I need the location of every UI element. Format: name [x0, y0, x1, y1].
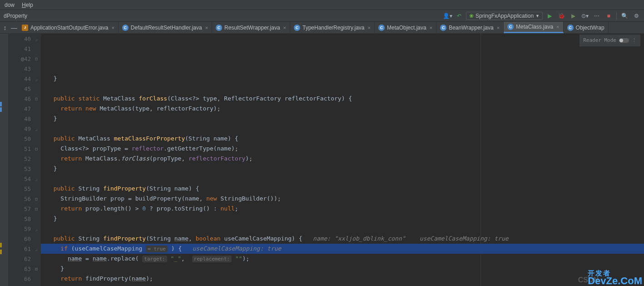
profile-icon[interactable]: ⊙▾ [580, 11, 590, 21]
code-line[interactable]: } [41, 164, 644, 174]
gutter-row: 51⊟ [8, 144, 41, 154]
code-line[interactable]: public String findProperty(String name) … [41, 184, 644, 194]
gutter-row: 48 [8, 114, 41, 124]
toggle-switch[interactable] [619, 38, 629, 43]
menu-window[interactable]: dow [1, 2, 18, 8]
code-area[interactable]: Reader Mode ⋮ } public static MetaClass … [41, 34, 644, 286]
fold-icon[interactable]: ⊞ [34, 266, 39, 271]
tab-label: ResultSetWrapper.java [224, 25, 280, 31]
code-line[interactable]: return prop.length() > 0 ? prop.toString… [41, 204, 644, 214]
code-line[interactable]: return findProperty(name); [41, 274, 644, 284]
left-marker-strip [0, 34, 8, 286]
reader-more-icon[interactable]: ⋮ [632, 35, 637, 45]
close-icon[interactable]: × [205, 25, 208, 30]
tab-typehandlerregistry-java[interactable]: CTypeHandlerRegistry.java× [290, 22, 375, 33]
fold-icon[interactable]: ⊟ [34, 146, 39, 151]
code-line[interactable]: Class<?> propType = reflector.getGetterT… [41, 144, 644, 154]
gutter-row: 43 [8, 64, 41, 74]
tab-defaultresultsethandler-java[interactable]: CDefaultResultSetHandler.java× [119, 22, 212, 33]
close-icon[interactable]: × [111, 25, 114, 30]
code-line[interactable]: } [41, 114, 644, 124]
gutter-row: 44⌟ [8, 74, 41, 84]
add-config-icon[interactable]: 👤▾ [442, 11, 452, 21]
code-line[interactable] [41, 174, 644, 184]
fold-icon[interactable]: ⊟ [34, 96, 39, 101]
gutter-row: 55 [8, 184, 41, 194]
run-icon[interactable]: ▶ [545, 11, 555, 21]
code-line[interactable] [41, 84, 644, 94]
tab-label: DefaultResultSetHandler.java [131, 25, 202, 31]
settings-icon[interactable]: ⚙ [631, 11, 641, 21]
fold-icon[interactable]: ⊟ [34, 56, 39, 61]
gutter-row: 62 [8, 254, 41, 264]
gutter-row: 59⌟ [8, 224, 41, 234]
code-line[interactable]: } [41, 214, 644, 224]
coverage-icon[interactable]: ▶ [568, 11, 578, 21]
fold-icon[interactable]: ⌟ [34, 176, 39, 181]
debug-icon[interactable]: 🐞 [556, 11, 566, 21]
code-editor[interactable]: 40⌟4142@⊟4344⌟4546⊟474849⌟5051⊟525354⌟55… [0, 34, 644, 286]
tab-label: BeanWrapper.java [449, 25, 494, 31]
tab-objectwrap[interactable]: CObjectWrap [564, 22, 609, 33]
gutter-row: 41 [8, 44, 41, 54]
code-line[interactable]: } [41, 74, 644, 84]
gutter-row: 42@⊟ [8, 54, 41, 64]
reader-mode-toggle[interactable]: Reader Mode ⋮ [580, 35, 640, 46]
code-line[interactable] [41, 124, 644, 134]
code-line[interactable]: if (useCamelCaseMapping = true ) { useCa… [41, 244, 644, 254]
tab-label: TypeHandlerRegistry.java [302, 25, 365, 31]
gutter-row: 46⊟ [8, 94, 41, 104]
class-file-icon: C [507, 24, 514, 30]
toolbar: dProperty 👤▾ ↶ ❀ SpringFxAppApplication … [0, 10, 644, 22]
run-config-label: SpringFxAppApplication [476, 13, 534, 19]
gutter-row: 53 [8, 164, 41, 174]
tab-label: ApplicationStartOutputError.java [30, 25, 108, 31]
close-icon[interactable]: × [556, 24, 559, 30]
stop-icon[interactable]: ■ [604, 11, 614, 21]
code-line[interactable]: name = name.replace( target: "_", replac… [41, 254, 644, 264]
class-file-icon: C [122, 25, 129, 31]
tab-metaobject-java[interactable]: CMetaObject.java× [375, 22, 436, 33]
back-icon[interactable]: ↶ [454, 11, 464, 21]
fold-icon[interactable]: ⊟ [34, 196, 39, 201]
code-line[interactable]: StringBuilder prop = buildProperty(name,… [41, 194, 644, 204]
tab-metaclass-java[interactable]: CMetaClass.java× [504, 22, 563, 33]
code-line[interactable]: public MetaClass metaClassForProperty(St… [41, 134, 644, 144]
search-icon[interactable]: 🔍 [619, 11, 629, 21]
fold-icon[interactable]: ⌟ [34, 76, 39, 81]
close-icon[interactable]: × [283, 25, 286, 30]
fold-icon[interactable]: ⊟ [34, 206, 39, 211]
close-icon[interactable]: × [497, 25, 500, 30]
run-config-selector[interactable]: ❀ SpringFxAppApplication ▼ [466, 12, 543, 20]
fold-icon[interactable]: ⌟ [34, 246, 39, 251]
code-line[interactable]: public String findProperty(String name, … [41, 234, 644, 244]
tab-resultsetwrapper-java[interactable]: CResultSetWrapper.java× [212, 22, 290, 33]
tab-beanwrapper-java[interactable]: CBeanWrapper.java× [436, 22, 504, 33]
gutter-row: 52 [8, 154, 41, 164]
project-collapse-icon[interactable]: ↕ [1, 24, 9, 32]
gutter-row: 60 [8, 234, 41, 244]
fold-icon[interactable]: ⌟ [34, 226, 39, 231]
project-hide-icon[interactable]: — [10, 24, 18, 32]
devze-watermark: 开发者 DevZe.CoM [588, 270, 642, 286]
code-line[interactable]: return MetaClass.forClass(propType, refl… [41, 154, 644, 164]
editor-tabs: ↕ — JApplicationStartOutputError.java×CD… [0, 22, 644, 34]
code-line[interactable]: public static MetaClass forClass(Class<?… [41, 94, 644, 104]
menu-help[interactable]: Help [18, 2, 37, 8]
fold-icon[interactable]: ⌟ [34, 126, 39, 131]
spring-icon: ❀ [469, 13, 474, 19]
code-line[interactable]: } [41, 264, 644, 274]
attach-icon[interactable]: ⋯ [592, 11, 602, 21]
tab-applicationstartoutputerror-java[interactable]: JApplicationStartOutputError.java× [18, 22, 119, 33]
code-line[interactable]: } [41, 284, 644, 286]
gutter-row: 50 [8, 134, 41, 144]
code-line[interactable] [41, 224, 644, 234]
line-gutter: 40⌟4142@⊟4344⌟4546⊟474849⌟5051⊟525354⌟55… [8, 34, 41, 286]
close-icon[interactable]: × [430, 25, 432, 30]
close-icon[interactable]: × [368, 25, 371, 30]
code-line[interactable]: return new MetaClass(type, reflectorFact… [41, 104, 644, 114]
override-icon[interactable]: @ [21, 56, 26, 61]
class-file-icon: C [567, 25, 574, 31]
fold-icon[interactable]: ⌟ [34, 36, 39, 41]
chevron-down-icon: ▼ [535, 14, 540, 18]
